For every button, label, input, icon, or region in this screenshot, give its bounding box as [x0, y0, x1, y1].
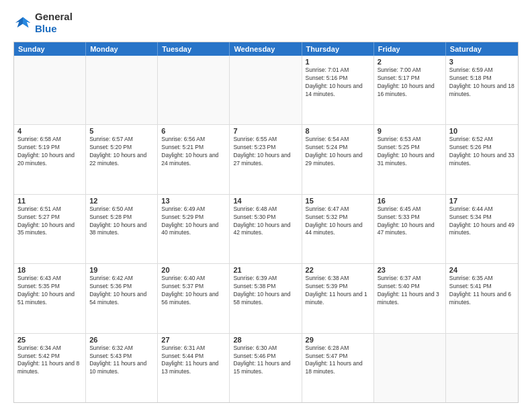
day-info: Sunrise: 6:37 AMSunset: 5:40 PMDaylight:…	[378, 275, 442, 307]
calendar-cell: 28Sunrise: 6:30 AMSunset: 5:46 PMDayligh…	[230, 334, 302, 402]
day-number: 10	[449, 127, 515, 135]
calendar-cell: 18Sunrise: 6:43 AMSunset: 5:35 PMDayligh…	[14, 264, 86, 332]
calendar-cell	[374, 334, 446, 402]
calendar-header-saturday: Saturday	[446, 42, 518, 56]
calendar-week-4: 18Sunrise: 6:43 AMSunset: 5:35 PMDayligh…	[14, 263, 518, 332]
day-number: 14	[233, 197, 298, 205]
calendar-cell: 27Sunrise: 6:31 AMSunset: 5:44 PMDayligh…	[158, 334, 230, 402]
day-info: Sunrise: 6:56 AMSunset: 5:21 PMDaylight:…	[161, 136, 226, 168]
calendar-cell: 3Sunrise: 6:59 AMSunset: 5:18 PMDaylight…	[446, 56, 518, 124]
day-number: 17	[449, 197, 515, 205]
calendar-week-3: 11Sunrise: 6:51 AMSunset: 5:27 PMDayligh…	[14, 194, 518, 263]
day-info: Sunrise: 6:51 AMSunset: 5:27 PMDaylight:…	[17, 205, 82, 238]
day-info: Sunrise: 6:47 AMSunset: 5:32 PMDaylight:…	[306, 205, 370, 238]
calendar-cell: 2Sunrise: 7:00 AMSunset: 5:17 PMDaylight…	[374, 56, 446, 124]
day-number: 11	[17, 197, 82, 205]
calendar-cell: 14Sunrise: 6:48 AMSunset: 5:30 PMDayligh…	[230, 195, 302, 263]
day-number: 8	[306, 127, 370, 135]
day-info: Sunrise: 6:57 AMSunset: 5:20 PMDaylight:…	[89, 136, 154, 168]
day-info: Sunrise: 6:28 AMSunset: 5:47 PMDaylight:…	[306, 345, 370, 377]
calendar-cell: 29Sunrise: 6:28 AMSunset: 5:47 PMDayligh…	[302, 334, 374, 402]
day-info: Sunrise: 6:34 AMSunset: 5:42 PMDaylight:…	[17, 345, 82, 377]
day-number: 23	[378, 266, 442, 274]
calendar-cell	[14, 56, 86, 124]
calendar-cell: 17Sunrise: 6:44 AMSunset: 5:34 PMDayligh…	[446, 195, 518, 263]
day-number: 21	[233, 266, 298, 274]
day-number: 27	[161, 336, 226, 344]
day-number: 7	[233, 127, 298, 135]
calendar-header-tuesday: Tuesday	[158, 42, 230, 56]
calendar-header-wednesday: Wednesday	[230, 42, 302, 56]
day-info: Sunrise: 6:40 AMSunset: 5:37 PMDaylight:…	[161, 275, 226, 307]
calendar-cell: 13Sunrise: 6:49 AMSunset: 5:29 PMDayligh…	[158, 195, 230, 263]
day-info: Sunrise: 6:32 AMSunset: 5:43 PMDaylight:…	[89, 345, 154, 377]
calendar-header-monday: Monday	[86, 42, 158, 56]
calendar-cell: 16Sunrise: 6:45 AMSunset: 5:33 PMDayligh…	[374, 195, 446, 263]
header: General Blue	[13, 11, 519, 35]
day-info: Sunrise: 6:48 AMSunset: 5:30 PMDaylight:…	[233, 205, 298, 238]
day-info: Sunrise: 6:45 AMSunset: 5:33 PMDaylight:…	[378, 205, 442, 238]
calendar-cell	[158, 56, 230, 124]
day-number: 15	[306, 197, 370, 205]
day-info: Sunrise: 6:54 AMSunset: 5:24 PMDaylight:…	[306, 136, 370, 168]
calendar-cell: 4Sunrise: 6:58 AMSunset: 5:19 PMDaylight…	[14, 125, 86, 193]
calendar-cell: 11Sunrise: 6:51 AMSunset: 5:27 PMDayligh…	[14, 195, 86, 263]
calendar-week-5: 25Sunrise: 6:34 AMSunset: 5:42 PMDayligh…	[14, 333, 518, 402]
calendar-cell	[446, 334, 518, 402]
day-number: 20	[161, 266, 226, 274]
calendar-week-1: 1Sunrise: 7:01 AMSunset: 5:16 PMDaylight…	[14, 56, 518, 124]
day-number: 29	[306, 336, 370, 344]
calendar-cell: 5Sunrise: 6:57 AMSunset: 5:20 PMDaylight…	[86, 125, 158, 193]
calendar-cell: 23Sunrise: 6:37 AMSunset: 5:40 PMDayligh…	[374, 264, 446, 332]
day-number: 24	[449, 266, 515, 274]
calendar-cell: 10Sunrise: 6:52 AMSunset: 5:26 PMDayligh…	[446, 125, 518, 193]
calendar-cell: 7Sunrise: 6:55 AMSunset: 5:23 PMDaylight…	[230, 125, 302, 193]
day-info: Sunrise: 6:50 AMSunset: 5:28 PMDaylight:…	[89, 205, 154, 238]
day-number: 16	[378, 197, 442, 205]
calendar-cell: 25Sunrise: 6:34 AMSunset: 5:42 PMDayligh…	[14, 334, 86, 402]
day-info: Sunrise: 6:53 AMSunset: 5:25 PMDaylight:…	[378, 136, 442, 168]
calendar-body: 1Sunrise: 7:01 AMSunset: 5:16 PMDaylight…	[14, 56, 518, 402]
calendar-cell: 6Sunrise: 6:56 AMSunset: 5:21 PMDaylight…	[158, 125, 230, 193]
day-info: Sunrise: 6:43 AMSunset: 5:35 PMDaylight:…	[17, 275, 82, 307]
day-info: Sunrise: 6:44 AMSunset: 5:34 PMDaylight:…	[449, 205, 515, 238]
day-info: Sunrise: 6:58 AMSunset: 5:19 PMDaylight:…	[17, 136, 82, 168]
calendar-cell: 24Sunrise: 6:35 AMSunset: 5:41 PMDayligh…	[446, 264, 518, 332]
day-number: 2	[378, 58, 442, 66]
calendar-cell: 20Sunrise: 6:40 AMSunset: 5:37 PMDayligh…	[158, 264, 230, 332]
calendar-cell: 21Sunrise: 6:39 AMSunset: 5:38 PMDayligh…	[230, 264, 302, 332]
calendar-cell: 15Sunrise: 6:47 AMSunset: 5:32 PMDayligh…	[302, 195, 374, 263]
day-number: 28	[233, 336, 298, 344]
day-info: Sunrise: 6:35 AMSunset: 5:41 PMDaylight:…	[449, 275, 515, 307]
day-info: Sunrise: 6:38 AMSunset: 5:39 PMDaylight:…	[306, 275, 370, 307]
logo: General Blue	[13, 11, 73, 35]
day-number: 3	[449, 58, 515, 66]
calendar-cell	[86, 56, 158, 124]
day-number: 6	[161, 127, 226, 135]
page: General Blue SundayMondayTuesdayWednesda…	[0, 0, 532, 411]
day-info: Sunrise: 7:01 AMSunset: 5:16 PMDaylight:…	[306, 66, 370, 99]
day-number: 26	[89, 336, 154, 344]
day-info: Sunrise: 6:31 AMSunset: 5:44 PMDaylight:…	[161, 345, 226, 377]
calendar-header-sunday: Sunday	[14, 42, 86, 56]
day-info: Sunrise: 7:00 AMSunset: 5:17 PMDaylight:…	[378, 66, 442, 99]
calendar-cell	[230, 56, 302, 124]
calendar-cell: 9Sunrise: 6:53 AMSunset: 5:25 PMDaylight…	[374, 125, 446, 193]
day-number: 9	[378, 127, 442, 135]
day-info: Sunrise: 6:59 AMSunset: 5:18 PMDaylight:…	[449, 66, 515, 99]
day-number: 22	[306, 266, 370, 274]
day-number: 1	[306, 58, 370, 66]
day-info: Sunrise: 6:49 AMSunset: 5:29 PMDaylight:…	[161, 205, 226, 238]
calendar-cell: 19Sunrise: 6:42 AMSunset: 5:36 PMDayligh…	[86, 264, 158, 332]
calendar-cell: 26Sunrise: 6:32 AMSunset: 5:43 PMDayligh…	[86, 334, 158, 402]
calendar-cell: 22Sunrise: 6:38 AMSunset: 5:39 PMDayligh…	[302, 264, 374, 332]
day-info: Sunrise: 6:30 AMSunset: 5:46 PMDaylight:…	[233, 345, 298, 377]
calendar-cell: 1Sunrise: 7:01 AMSunset: 5:16 PMDaylight…	[302, 56, 374, 124]
day-info: Sunrise: 6:55 AMSunset: 5:23 PMDaylight:…	[233, 136, 298, 168]
day-info: Sunrise: 6:39 AMSunset: 5:38 PMDaylight:…	[233, 275, 298, 307]
day-number: 25	[17, 336, 82, 344]
day-number: 4	[17, 127, 82, 135]
day-number: 18	[17, 266, 82, 274]
calendar-header: SundayMondayTuesdayWednesdayThursdayFrid…	[14, 42, 518, 56]
calendar-cell: 12Sunrise: 6:50 AMSunset: 5:28 PMDayligh…	[86, 195, 158, 263]
